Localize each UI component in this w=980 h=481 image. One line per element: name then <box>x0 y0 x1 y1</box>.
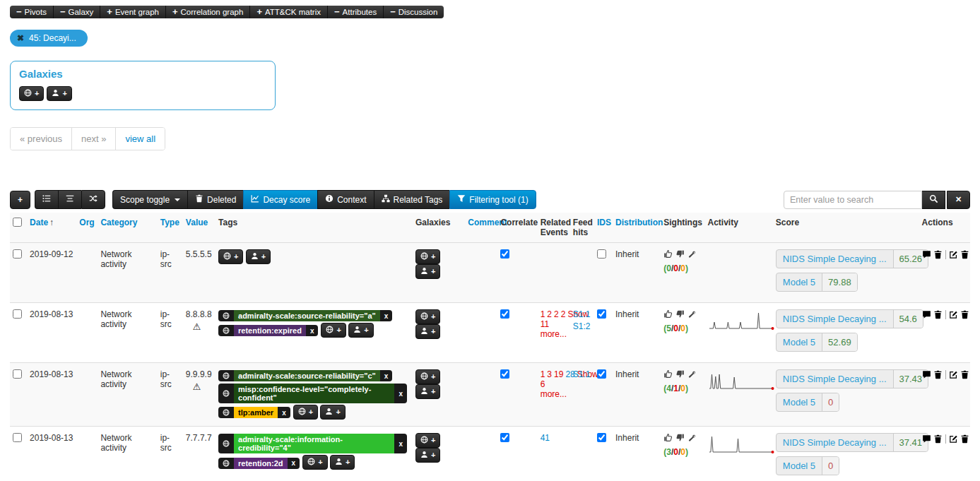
trash-icon[interactable] <box>933 250 943 259</box>
column-header-select[interactable] <box>10 213 27 243</box>
related-event-link[interactable]: 1 <box>541 309 545 319</box>
add-cluster-button[interactable]: + <box>348 323 373 338</box>
row-select-checkbox[interactable] <box>13 249 22 259</box>
attribute-tag[interactable]: admiralty-scale:information-credibility=… <box>218 434 407 453</box>
scope-toggle-button[interactable]: Scope toggle <box>112 190 187 209</box>
correlate-checkbox[interactable] <box>500 249 509 259</box>
feed-hit-link[interactable]: S1:1 <box>573 369 591 379</box>
column-header-label[interactable]: Distribution <box>615 218 663 227</box>
decay-score-badge[interactable]: NIDS Simple Decaying ...37.41 <box>776 433 928 452</box>
comment-icon[interactable] <box>922 434 931 444</box>
thumbs-down-icon[interactable] <box>675 433 685 444</box>
pivot-breadcrumb-item[interactable]: ✖ 45: Decayi... <box>10 30 88 47</box>
decay-score-badge[interactable]: NIDS Simple Decaying ...37.43 <box>776 369 928 388</box>
wrench-icon[interactable] <box>687 310 696 321</box>
column-header-label[interactable]: Type <box>160 218 179 227</box>
column-header-category[interactable]: Category <box>98 213 157 243</box>
related-event-link[interactable]: 19 <box>554 369 563 379</box>
edit-icon[interactable] <box>949 434 958 444</box>
nav-tab-attributes[interactable]: −Attributes <box>328 6 384 18</box>
filtering-tool-1--button[interactable]: Filtering tool (1) <box>449 190 536 209</box>
remove-tag-button[interactable]: x <box>394 434 407 453</box>
delete-icon[interactable] <box>960 370 969 379</box>
decay-score-badge[interactable]: Model 50 <box>776 393 839 412</box>
add-cluster-button[interactable]: + <box>330 455 355 470</box>
add-attribute-button[interactable]: + <box>10 191 30 209</box>
attribute-tag[interactable]: admiralty-scale:source-reliability="c"x <box>218 370 392 381</box>
close-icon[interactable]: ✖ <box>17 33 24 43</box>
ids-checkbox[interactable] <box>597 249 606 259</box>
add-cluster-button[interactable]: + <box>415 384 440 399</box>
column-header-comment[interactable]: Comment <box>465 213 497 243</box>
decay-score-badge[interactable]: Model 50 <box>776 456 839 475</box>
deleted-button[interactable]: Deleted <box>187 190 243 209</box>
comment-icon[interactable] <box>922 250 931 259</box>
remove-tag-button[interactable]: x <box>380 310 393 321</box>
related-event-link[interactable]: 2 <box>547 309 552 319</box>
remove-tag-button[interactable]: x <box>394 384 407 403</box>
decay-score-badge[interactable]: NIDS Simple Decaying ...54.6 <box>776 309 923 328</box>
thumbs-up-icon[interactable] <box>663 369 673 381</box>
delete-icon[interactable] <box>960 250 969 259</box>
nav-tab-att-ck-matrix[interactable]: +ATT&CK matrix <box>250 6 328 18</box>
remove-tag-button[interactable]: x <box>278 407 290 418</box>
add-galaxy-button[interactable]: + <box>293 405 318 420</box>
add-galaxy-button[interactable]: + <box>302 455 327 470</box>
feed-hit-link[interactable]: S1:1 <box>573 309 591 319</box>
add-cluster-button[interactable]: + <box>320 405 345 420</box>
row-select-checkbox[interactable] <box>13 309 22 319</box>
column-header-label[interactable]: IDS <box>597 218 611 227</box>
related-event-link[interactable]: 3 <box>547 369 552 379</box>
remove-tag-button[interactable]: x <box>306 325 319 336</box>
column-header-label[interactable]: Value <box>186 218 208 227</box>
thumbs-down-icon[interactable] <box>675 249 685 261</box>
column-header-org[interactable]: Org <box>76 213 98 243</box>
related-event-link[interactable]: 2 <box>561 309 566 319</box>
column-header-type[interactable]: Type <box>158 213 183 243</box>
add-cluster-button[interactable]: + <box>47 86 71 101</box>
wrench-icon[interactable] <box>687 370 696 381</box>
correlate-checkbox[interactable] <box>500 433 509 442</box>
related-event-link[interactable]: 41 <box>541 433 550 443</box>
column-header-value[interactable]: Value <box>183 213 216 243</box>
add-galaxy-button[interactable]: + <box>415 309 440 324</box>
add-cluster-button[interactable]: + <box>415 324 440 339</box>
thumbs-down-icon[interactable] <box>675 369 685 381</box>
nav-tab-event-graph[interactable]: +Event graph <box>100 6 166 18</box>
trash-icon[interactable] <box>933 310 943 319</box>
thumbs-up-icon[interactable] <box>663 309 673 321</box>
column-header-distribution[interactable]: Distribution <box>613 213 661 243</box>
column-header-label[interactable]: Org <box>79 218 94 227</box>
correlate-checkbox[interactable] <box>500 309 509 319</box>
add-cluster-button[interactable]: + <box>415 264 440 279</box>
remove-tag-button[interactable]: x <box>380 370 393 381</box>
select-all-checkbox[interactable] <box>13 218 22 227</box>
column-header-ids[interactable]: IDS <box>594 213 613 243</box>
add-galaxy-button[interactable]: + <box>218 249 243 264</box>
attribute-tag[interactable]: misp:confidence-level="completely-confid… <box>218 384 407 403</box>
add-galaxy-button[interactable]: + <box>321 323 346 338</box>
add-galaxy-button[interactable]: + <box>415 369 440 384</box>
previous-page-button[interactable]: « previous <box>11 128 72 150</box>
edit-icon[interactable] <box>949 310 958 319</box>
nav-tab-correlation-graph[interactable]: +Correlation graph <box>166 6 250 18</box>
search-input[interactable] <box>784 191 922 209</box>
compact-view-button[interactable] <box>58 190 81 209</box>
next-page-button[interactable]: next » <box>72 128 116 150</box>
row-select-checkbox[interactable] <box>13 433 22 442</box>
correlate-checkbox[interactable] <box>500 369 509 379</box>
decay-score-badge[interactable]: Model 579.88 <box>776 273 858 292</box>
comment-icon[interactable] <box>922 310 931 319</box>
delete-icon[interactable] <box>960 434 969 444</box>
column-header-date[interactable]: Date↑ <box>27 213 76 243</box>
list-view-button[interactable] <box>35 190 58 209</box>
wrench-icon[interactable] <box>687 250 696 261</box>
decay-score-badge[interactable]: Model 552.69 <box>776 333 858 352</box>
attribute-tag[interactable]: tlp:amberx <box>218 407 290 418</box>
wrench-icon[interactable] <box>687 434 696 444</box>
nav-tab-pivots[interactable]: −Pivots <box>10 6 54 18</box>
column-header-label[interactable]: Date <box>30 218 48 227</box>
context-button[interactable]: Context <box>317 190 373 209</box>
column-header-label[interactable]: Category <box>100 218 137 227</box>
add-galaxy-button[interactable]: + <box>415 433 440 448</box>
